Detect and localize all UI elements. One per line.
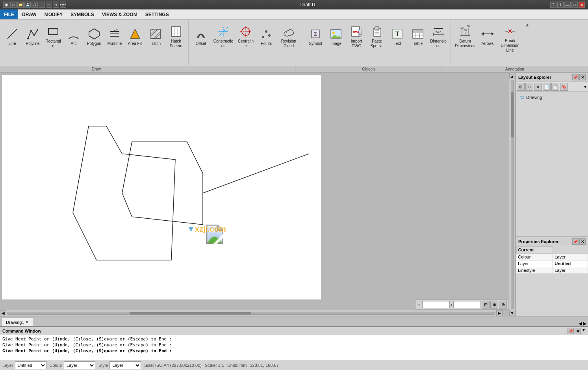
tool-offset[interactable]: Offset xyxy=(191,23,211,50)
command-expand[interactable]: ▼ xyxy=(582,328,586,334)
prop-value-colour[interactable]: Layer xyxy=(553,254,588,260)
command-close[interactable]: ✕ xyxy=(575,328,581,334)
close-layout-btn[interactable]: ✕ xyxy=(579,74,586,80)
scroll-down-btn[interactable]: ▼ xyxy=(509,310,516,316)
tool-paste-special[interactable]: Paste Special xyxy=(367,23,387,50)
layout-expand[interactable]: ▼ xyxy=(583,85,587,89)
h-scroll-thumb[interactable] xyxy=(130,312,252,314)
menu-settings[interactable]: SETTINGS xyxy=(141,9,173,19)
layout-tool6[interactable]: 🔖 xyxy=(560,83,568,91)
tool-arrows[interactable]: Arrows xyxy=(478,23,497,50)
close-props-btn[interactable]: ✕ xyxy=(579,238,586,245)
tool-hatch[interactable]: Hatch xyxy=(146,23,165,50)
layer-select[interactable]: Untitled xyxy=(15,361,46,369)
layout-explorer-title-area: Layout Explorer xyxy=(518,75,551,80)
y-coord-input[interactable] xyxy=(453,301,481,308)
layout-tool1[interactable]: ⊞ xyxy=(517,83,525,91)
toolbar-expand[interactable]: ▲ xyxy=(524,20,530,65)
scroll-up-btn[interactable]: ▲ xyxy=(509,73,516,79)
help-btn[interactable]: ? xyxy=(550,2,556,8)
svg-line-20 xyxy=(158,36,160,39)
properties-explorer-title-area: Properties Explorer xyxy=(518,239,558,244)
properties-explorer-title: Properties Explorer xyxy=(518,239,558,244)
tool-break-dimension-line[interactable]: Break Dimension Line xyxy=(498,23,522,55)
properties-table: Current Colour Layer Layer Untitled xyxy=(516,246,588,274)
prop-value-linestyle[interactable]: Layer xyxy=(553,267,588,274)
tab-drawing1[interactable]: Drawing1 ✕ xyxy=(2,318,33,326)
v-scrollbar[interactable]: ▲ ▼ xyxy=(509,73,515,316)
coord-snap2[interactable]: ⊕ xyxy=(490,301,498,309)
symbol-label: Symbol xyxy=(309,41,322,46)
annotation-items: 10 20 30 Datum Dimensions xyxy=(453,21,523,64)
close-btn[interactable]: ✕ xyxy=(579,2,585,8)
layout-tool5[interactable]: 📋 xyxy=(551,83,559,91)
menu-views-zoom[interactable]: VIEWS & ZOOM xyxy=(98,9,141,19)
open-btn[interactable]: 📁 xyxy=(17,2,24,8)
h-scroll-track[interactable] xyxy=(7,312,495,315)
redo-btn[interactable]: ↪ xyxy=(53,2,59,8)
undo2-btn[interactable]: ↩↩ xyxy=(60,2,66,8)
colour-select[interactable]: Layer xyxy=(64,361,95,369)
dimensions-svg: 24.5 xyxy=(432,25,445,38)
v-scroll-thumb[interactable] xyxy=(511,92,514,138)
hatch-label: Hatch xyxy=(150,41,161,46)
tool-revision-cloud[interactable]: Revision Cloud xyxy=(277,23,300,50)
tab-nav-next[interactable]: ▶ xyxy=(583,321,586,326)
tool-dimensions[interactable]: 24.5 Dimensions xyxy=(428,23,448,50)
tool-image[interactable]: Image xyxy=(326,23,346,50)
centreline-label: Centreline xyxy=(237,39,254,48)
tool-polyline[interactable]: Polyline xyxy=(23,23,43,50)
pin-icon2[interactable]: 📌 xyxy=(572,238,579,245)
text-svg: T xyxy=(391,28,404,40)
svg-point-4 xyxy=(37,29,38,31)
paste-special-svg xyxy=(371,25,383,38)
tool-datum-dimensions[interactable]: 10 20 30 Datum Dimensions xyxy=(453,23,477,50)
tool-line[interactable]: Line xyxy=(2,23,22,50)
command-pin[interactable]: 📌 xyxy=(568,328,574,334)
menu-symbols[interactable]: SYMBOLS xyxy=(67,9,98,19)
restore-btn[interactable]: □ xyxy=(571,2,578,8)
tool-hatch-pattern[interactable]: Hatch Pattern xyxy=(166,23,186,50)
menu-file[interactable]: FILE xyxy=(0,9,18,19)
v-scroll-track[interactable] xyxy=(511,80,514,309)
print-btn[interactable]: 🖨 xyxy=(32,2,38,8)
tool-arc[interactable]: Arc xyxy=(64,23,83,50)
coord-bar: ↔ ↕ ⊞ ⊕ ⊗ xyxy=(415,299,509,310)
coord-snap1[interactable]: ⊞ xyxy=(482,301,490,309)
tool-text[interactable]: T Text xyxy=(388,23,407,50)
tool-centreline[interactable]: Centreline xyxy=(236,23,256,50)
tool-polygon[interactable]: Polygon xyxy=(84,23,104,50)
tool-symbol[interactable]: Σ Symbol xyxy=(306,23,325,50)
save-btn[interactable]: 💾 xyxy=(24,2,31,8)
h-scrollbar[interactable]: ◀ ▶ xyxy=(0,310,503,316)
scroll-right-btn[interactable]: ▶ xyxy=(496,310,503,316)
style-select[interactable]: Layer xyxy=(109,361,141,369)
minimize-btn[interactable]: — xyxy=(564,2,571,8)
x-coord-input[interactable] xyxy=(422,301,450,308)
tool-table[interactable]: Table xyxy=(408,23,428,50)
arc-icon xyxy=(67,28,80,40)
undo-btn[interactable]: ↩ xyxy=(46,2,52,8)
new-btn[interactable]: □ xyxy=(10,2,17,8)
info-btn[interactable]: i xyxy=(557,2,564,8)
tool-multiline[interactable]: 2m Multiline xyxy=(105,23,124,50)
menu-modify[interactable]: MODIFY xyxy=(41,9,67,19)
tool-points[interactable]: Points xyxy=(256,23,276,50)
layout-tool2[interactable]: □ xyxy=(525,83,533,91)
tool-constructions[interactable]: Constructions xyxy=(211,23,235,50)
prop-value-layer[interactable]: Untitled xyxy=(553,260,588,267)
tab-nav-prev[interactable]: ◀ xyxy=(579,321,582,326)
tool-area-fill[interactable]: Area Fill xyxy=(125,23,145,50)
coord-snap3[interactable]: ⊗ xyxy=(499,301,507,309)
polyline-label: Polyline xyxy=(26,41,39,46)
tool-import-dwg[interactable]: DWG Import DWG xyxy=(347,23,366,50)
pin-icon[interactable]: 📌 xyxy=(572,74,579,80)
layout-tool4[interactable]: 📄 xyxy=(543,83,551,91)
canvas-container[interactable]: ▼xzji.com ◀ ▶ ↔ ↕ ⊞ ⊕ ⊗ xyxy=(0,73,509,316)
tree-item-drawing[interactable]: 🗂 Drawing xyxy=(518,93,586,101)
scroll-left-btn[interactable]: ◀ xyxy=(0,310,6,316)
tab-close-drawing1[interactable]: ✕ xyxy=(26,320,29,324)
menu-draw[interactable]: DRAW xyxy=(18,9,41,19)
layout-close[interactable]: ✕ xyxy=(534,83,542,91)
tool-rectangle[interactable]: Rectangle xyxy=(43,23,63,50)
